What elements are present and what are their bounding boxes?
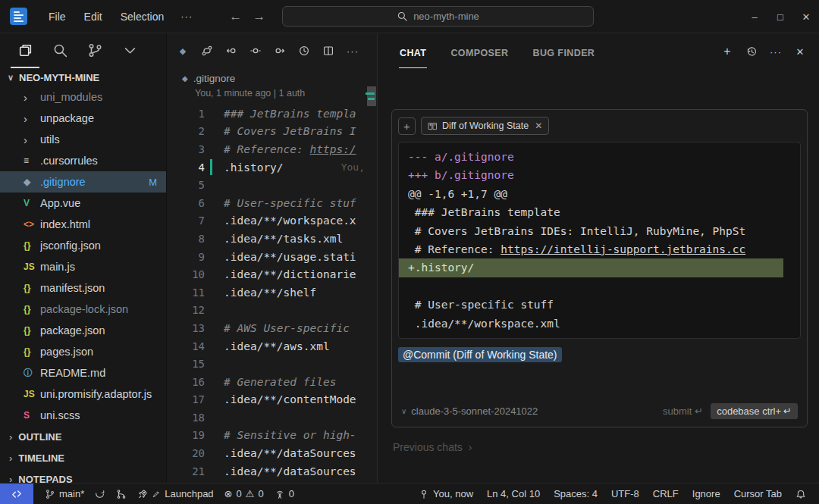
explorer-icon[interactable]: [11, 33, 39, 68]
language-mode-status[interactable]: Ignore: [686, 484, 727, 504]
code-line[interactable]: 21 .idea/**/dataSources: [167, 462, 377, 481]
git-branch-status[interactable]: main*: [39, 484, 89, 504]
code-line[interactable]: 16 # Generated files: [167, 373, 377, 391]
title-bar: FileEditSelection ··· ← → neo-myth-mine …: [0, 0, 819, 33]
tree-item[interactable]: <> index.html: [0, 214, 166, 235]
previous-chats-link[interactable]: Previous chats ›: [393, 441, 472, 453]
breadcrumb[interactable]: ◆ .gitignore: [167, 68, 377, 88]
previous-change-icon[interactable]: [221, 41, 241, 61]
tree-item[interactable]: {} jsconfig.json: [0, 235, 166, 256]
menu-item[interactable]: File: [39, 8, 75, 26]
code-line[interactable]: 19 # Sensitive or high-: [167, 427, 377, 445]
chat-more-icon[interactable]: ···: [767, 43, 784, 60]
remove-context-icon[interactable]: ✕: [535, 121, 542, 131]
sidebar-section-header[interactable]: › TIMELINE: [0, 447, 166, 468]
tree-item[interactable]: › utils: [0, 129, 166, 150]
command-center-search[interactable]: neo-myth-mine: [282, 6, 594, 27]
code-line[interactable]: 11 .idea/**/shelf: [167, 283, 377, 302]
chat-tab[interactable]: CHAT: [399, 36, 427, 68]
split-editor-icon[interactable]: [318, 41, 338, 61]
cursor-tab-status[interactable]: Cursor Tab: [727, 484, 789, 504]
tree-item[interactable]: ⓘ README.md: [0, 362, 166, 383]
commit-mention-chip[interactable]: @Commit (Diff of Working State): [398, 347, 562, 362]
code-line[interactable]: 8 .idea/**/tasks.xml: [167, 230, 377, 248]
timeline-history-icon[interactable]: [294, 41, 314, 61]
tree-item[interactable]: JS main.js: [0, 256, 166, 277]
tree-item[interactable]: S uni.scss: [0, 405, 166, 426]
chat-tab[interactable]: BUG FINDER: [532, 36, 596, 68]
gitignore-tab[interactable]: ◆: [173, 46, 193, 56]
sidebar-section-header[interactable]: › NOTEPADS: [0, 468, 166, 483]
tree-item[interactable]: {} manifest.json: [0, 277, 166, 299]
sync-changes-icon[interactable]: [89, 484, 111, 504]
cursor-position-status[interactable]: Ln 4, Col 10: [480, 484, 547, 504]
git-graph-icon[interactable]: [111, 484, 132, 504]
notifications-bell-icon[interactable]: [789, 484, 813, 504]
close-panel-icon[interactable]: ✕: [792, 43, 808, 60]
editor-more-actions-icon[interactable]: ···: [343, 41, 362, 61]
git-compare-icon[interactable]: [197, 41, 217, 61]
code-area[interactable]: 1 ### JetBrains templa 2 # Covers JetBra…: [167, 105, 377, 480]
menu-more-icon[interactable]: ···: [173, 8, 200, 25]
more-views-chevron-icon[interactable]: [115, 33, 144, 68]
source-control-icon[interactable]: [80, 33, 109, 68]
model-selector[interactable]: ∨ claude-3-5-sonnet-20241022: [401, 405, 538, 417]
codebase-submit-button[interactable]: codebase ctrl+↵: [711, 403, 798, 419]
menu-item[interactable]: Selection: [111, 8, 174, 26]
tree-item[interactable]: {} package.json: [0, 320, 166, 341]
encoding-status[interactable]: UTF-8: [604, 484, 646, 504]
tree-item[interactable]: V App.vue: [0, 193, 166, 214]
forward-icon[interactable]: →: [253, 9, 265, 24]
launchpad-button[interactable]: Launchpad: [132, 484, 218, 504]
indentation-status[interactable]: Spaces: 4: [547, 484, 604, 504]
remote-indicator[interactable]: [0, 484, 33, 504]
tree-item[interactable]: ≡ .cursorrules: [0, 150, 166, 171]
blame-status[interactable]: You, now: [412, 484, 480, 504]
sidebar-section-header[interactable]: › OUTLINE: [0, 426, 166, 447]
chat-tab[interactable]: COMPOSER: [450, 36, 509, 68]
minimize-button[interactable]: –: [742, 0, 767, 33]
tree-item[interactable]: › unpackage: [0, 108, 166, 129]
new-chat-icon[interactable]: +: [719, 43, 736, 60]
code-line[interactable]: 3 # Reference: https:/: [167, 140, 377, 158]
code-line[interactable]: 17 .idea/**/contentMode: [167, 391, 377, 409]
chat-history-icon[interactable]: [743, 43, 760, 60]
code-line[interactable]: 5: [167, 176, 377, 194]
git-blame-lens[interactable]: You, 1 minute ago | 1 auth: [167, 88, 377, 105]
code-line[interactable]: 13 # AWS User-specific: [167, 319, 377, 337]
code-line[interactable]: 7 .idea/**/workspace.x: [167, 212, 377, 230]
back-icon[interactable]: ←: [229, 9, 242, 24]
code-line[interactable]: 14 .idea/**/aws.xml: [167, 337, 377, 355]
code-line[interactable]: 10 .idea/**/dictionarie: [167, 265, 377, 283]
tree-item[interactable]: {} package-lock.json: [0, 299, 166, 320]
code-line[interactable]: 4 .history/ You,: [167, 158, 377, 177]
tree-item[interactable]: ◆ .gitignore M: [0, 171, 166, 193]
tree-item[interactable]: › uni_modules: [0, 86, 166, 108]
workspace-root[interactable]: ∨ NEO-MYTH-MINE: [0, 68, 166, 86]
code-line[interactable]: 2 # Covers JetBrains I: [167, 123, 377, 141]
submit-button[interactable]: submit↵: [663, 405, 703, 417]
code-line[interactable]: 15: [167, 355, 377, 373]
code-line[interactable]: 20 .idea/**/dataSources: [167, 444, 377, 462]
diff-code-block[interactable]: --- a/.gitignore +++ b/.gitignore @@ -1,…: [398, 142, 801, 339]
code-line[interactable]: 1 ### JetBrains templa: [167, 105, 377, 123]
context-pill[interactable]: Diff of Working State ✕: [421, 117, 549, 135]
chat-input-container[interactable]: + Diff of Working State ✕ --- a/.gitigno…: [391, 109, 808, 427]
menu-item[interactable]: Edit: [75, 8, 111, 26]
tree-item[interactable]: JS uni.promisify.adaptor.js: [0, 383, 166, 405]
current-change-icon[interactable]: [246, 41, 265, 61]
next-change-icon[interactable]: [270, 41, 290, 61]
code-line[interactable]: 9 .idea/**/usage.stati: [167, 248, 377, 266]
code-line[interactable]: 6 # User-specific stuf: [167, 194, 377, 212]
editor-scrollbar[interactable]: [367, 86, 376, 106]
ports-status[interactable]: 0: [269, 484, 300, 504]
close-window-button[interactable]: ✕: [793, 0, 819, 33]
add-context-button[interactable]: +: [398, 117, 416, 135]
code-line[interactable]: 12: [167, 302, 377, 320]
code-line[interactable]: 18: [167, 409, 377, 427]
search-view-icon[interactable]: [46, 33, 74, 68]
maximize-button[interactable]: □: [767, 0, 793, 33]
eol-status[interactable]: CRLF: [646, 484, 686, 504]
problems-status[interactable]: ⊗ 0 ⚠ 0: [219, 484, 269, 504]
tree-item[interactable]: {} pages.json: [0, 341, 166, 362]
